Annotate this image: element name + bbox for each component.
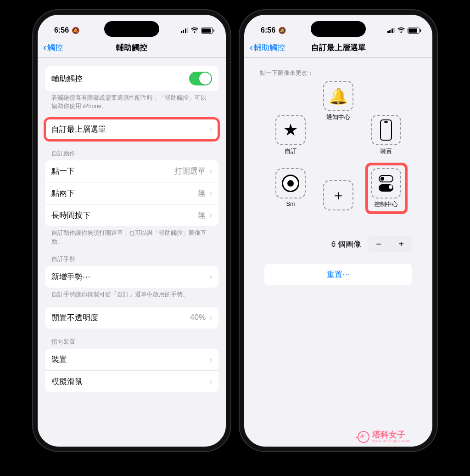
back-label: 觸控 — [47, 42, 63, 53]
chevron-right-icon: › — [209, 272, 212, 282]
chevron-right-icon: › — [209, 313, 212, 323]
phone-right: 6:56 🔕 ‹ 輔助觸控 自訂最上層選單 點一下圖像來更改： — [240, 10, 437, 451]
assistive-touch-toggle-row[interactable]: 輔助觸控 — [45, 66, 218, 91]
mouse-keys-row[interactable]: 模擬滑鼠 › — [45, 370, 218, 392]
nav-bar: ‹ 輔助觸控 自訂最上層選單 — [244, 38, 432, 58]
action-double-tap-row[interactable]: 點兩下 無› — [45, 182, 218, 204]
gestures-header: 自訂手勢 — [38, 246, 226, 266]
reset-button[interactable]: 重置⋯ — [264, 264, 412, 285]
grid-hint: 點一下圖像來更改： — [257, 62, 420, 81]
customize-label: 自訂最上層選單 — [51, 124, 106, 135]
actions-header: 自訂動作 — [38, 140, 226, 160]
status-time: 6:56 — [261, 26, 275, 34]
bell-icon: 🔔 — [329, 87, 348, 105]
stepper-plus-button[interactable]: + — [390, 236, 412, 252]
chevron-right-icon: › — [209, 377, 212, 386]
siri-icon — [282, 175, 299, 192]
tile-add[interactable]: ＋ — [323, 180, 353, 212]
customize-top-menu-row[interactable]: 自訂最上層選單 › — [45, 119, 218, 140]
watermark: 塔科女子 www.tech-girlz.com — [358, 431, 410, 443]
action-single-tap-row[interactable]: 點一下 打開選單› — [45, 160, 218, 182]
toggle-footer: 若觸碰螢幕有障礙或需要適應性配件時，「輔助觸控」可以協助你使用 iPhone。 — [38, 91, 226, 110]
battery-icon — [201, 28, 213, 34]
stepper-minus-button[interactable]: − — [368, 236, 390, 252]
silent-mode-icon: 🔕 — [278, 27, 286, 34]
icon-count-label: 6 個圖像 — [331, 239, 361, 249]
toggle-label: 輔助觸控 — [51, 74, 83, 84]
chevron-right-icon: › — [209, 166, 212, 176]
control-center-icon — [379, 175, 393, 192]
cellular-signal-icon — [387, 28, 395, 33]
action-long-press-row[interactable]: 長時間按下 無› — [45, 204, 218, 226]
chevron-right-icon: › — [209, 355, 212, 364]
silent-mode-icon: 🔕 — [72, 27, 79, 34]
phone-left: 6:56 🔕 ‹ 觸控 輔助觸控 輔助觸控 — [33, 10, 230, 451]
chevron-right-icon: › — [209, 125, 212, 134]
tile-siri[interactable]: Siri — [275, 168, 306, 207]
back-button[interactable]: ‹ 輔助觸控 — [250, 42, 285, 53]
actions-footer: 自訂動作讓你無須打開選單，也可以與「輔助觸控」圖像互動。 — [38, 226, 226, 245]
pointer-header: 指向裝置 — [38, 329, 226, 349]
plus-icon: ＋ — [331, 186, 345, 205]
nav-bar: ‹ 觸控 輔助觸控 — [38, 38, 226, 58]
chevron-left-icon: ‹ — [43, 43, 46, 53]
tile-control-center[interactable]: 控制中心 — [371, 168, 401, 209]
wifi-icon — [397, 27, 405, 34]
page-title: 輔助觸控 — [38, 42, 226, 53]
cellular-signal-icon — [181, 28, 189, 33]
chevron-left-icon: ‹ — [250, 43, 253, 53]
dynamic-island — [104, 21, 159, 37]
chevron-right-icon: › — [209, 210, 212, 220]
back-label: 輔助觸控 — [254, 42, 285, 53]
battery-icon — [408, 28, 420, 34]
icon-grid: 🔔 通知中心 ★ 自訂 裝置 Siri ＋ — [257, 81, 420, 232]
devices-row[interactable]: 裝置 › — [45, 349, 218, 370]
wifi-icon — [190, 27, 199, 34]
tile-device[interactable]: 裝置 — [371, 115, 401, 155]
star-icon: ★ — [283, 120, 298, 140]
back-button[interactable]: ‹ 觸控 — [43, 42, 63, 53]
switch-on-icon[interactable] — [189, 72, 212, 85]
device-icon — [380, 119, 392, 141]
watermark-logo-icon — [358, 431, 369, 443]
tile-notification-center[interactable]: 🔔 通知中心 — [323, 81, 353, 121]
chevron-right-icon: › — [209, 188, 212, 198]
dynamic-island — [311, 21, 366, 37]
tile-custom[interactable]: ★ 自訂 — [275, 115, 306, 155]
add-gesture-row[interactable]: 新增手勢⋯ › — [45, 266, 218, 288]
icon-count-stepper: − + — [368, 236, 412, 252]
status-time: 6:56 — [54, 26, 69, 34]
idle-opacity-row[interactable]: 閒置不透明度 40%› — [45, 307, 218, 329]
gestures-footer: 自訂手勢讓你錄製可從「自訂」選單中啟用的手勢。 — [38, 288, 226, 299]
